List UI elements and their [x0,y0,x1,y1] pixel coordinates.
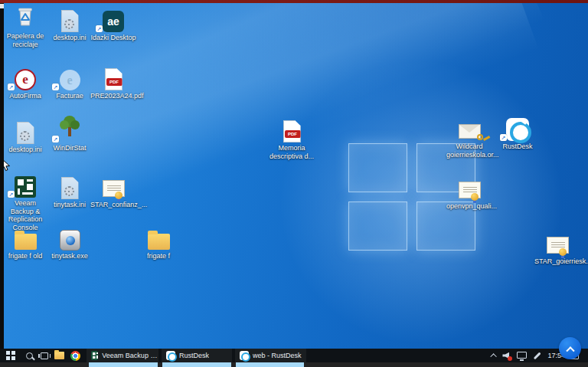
desktop-icon-memoria-pdf[interactable]: PDF Memoria descriptiva d... [269,116,315,160]
icon-label: openvpn_quali... [446,202,492,211]
ini-file-icon [17,122,34,144]
icon-label: Papelera de reciclaje [2,32,48,48]
rustdesk-icon [240,351,249,360]
veeam-icon [15,176,36,198]
icon-label: frigate f old [2,252,48,261]
desktop-icon-frigate-f[interactable]: frigate f [136,224,181,261]
certificate-envelope-icon [459,124,481,139]
chrome-button[interactable] [68,349,82,362]
shortcut-arrow-icon [500,134,507,141]
volume-muted-icon[interactable] [502,352,511,360]
desktop-icon-wildcard-cert[interactable]: Wildcard goierrieskola.or... [446,115,492,159]
desktop-icon-facturae[interactable]: e Facturae [47,64,93,100]
certificate-icon [103,180,125,197]
rustdesk-icon [166,351,175,360]
left-border-strip [0,3,4,349]
taskbar-app-label: web - RustDesk [253,352,302,359]
desktop-icon-idazki-desktop[interactable]: ae Idazki Desktop [90,6,136,42]
folder-icon [148,234,170,250]
icon-label: STAR_goierriesk... [534,257,580,266]
icon-label: Memoria descriptiva d... [269,144,315,160]
taskbar-app-label: Veeam Backup and R... [102,352,158,359]
icon-label: PRE2023A24.pdf [90,92,136,100]
desktop-wallpaper[interactable]: Papelera de reciclaje e AutoFirma deskto… [0,3,588,349]
shortcut-arrow-icon [8,191,15,198]
icon-label: tinytask.exe [47,252,93,261]
desktop-icon-desktop-ini[interactable]: desktop.ini [2,118,48,154]
left-strip-notch [0,4,4,8]
taskbar: Veeam Backup and R... RustDesk web - Rus… [0,349,588,362]
shortcut-arrow-icon [52,136,59,143]
desktop-icon-tinytask-ini[interactable]: tinytask.ini [47,173,93,209]
certificate-icon [547,237,569,254]
pen-icon[interactable] [532,351,542,360]
icon-label: tinytask.ini [47,201,93,209]
recycle-bin-icon [13,3,38,31]
desktop-icon-veeam-console[interactable]: Veeam Backup & Replication Console [2,172,48,231]
icon-label: AutoFirma [2,92,48,100]
facturae-icon: e [60,70,80,90]
running-indicator-veeam [89,362,158,367]
chrome-icon [70,351,80,361]
ini-file-icon [61,177,79,199]
pdf-file-icon: PDF [283,120,301,143]
veeam-icon [91,351,98,360]
task-view-icon [41,352,48,359]
icon-label: RustDesk [495,143,541,151]
idazki-icon: ae [103,11,124,32]
windirstat-tree-icon [58,115,81,143]
desktop-icon-recycle-bin[interactable]: Papelera de reciclaje [2,5,48,48]
remote-desktop-screen: Papelera de reciclaje e AutoFirma deskto… [0,0,588,367]
desktop-icon-tinytask-exe[interactable]: tinytask.exe [47,224,93,261]
icon-label: frigate f [136,252,181,261]
rustdesk-floating-toolbar-button[interactable] [559,337,581,359]
icon-label: Wildcard goierrieskola.or... [446,143,492,159]
pdf-file-icon: PDF [105,68,122,90]
file-explorer-button[interactable] [52,349,66,362]
desktop-icon-desktop-ini[interactable]: desktop.ini [47,6,93,42]
desktop-icon-openvpn-cert[interactable]: openvpn_quali... [446,175,492,211]
desktop-icon-frigate-f-old[interactable]: frigate f old [2,224,48,261]
file-explorer-icon [54,352,64,359]
search-icon [26,352,33,359]
rustdesk-icon [506,118,529,141]
taskbar-app-label: RustDesk [179,352,209,359]
icon-label: WinDirStat [47,144,93,152]
desktop-icon-pre-pdf[interactable]: PDF PRE2023A24.pdf [90,64,136,100]
bottom-strip [0,362,588,367]
icon-label: Facturae [47,92,93,100]
desktop-icon-rustdesk[interactable]: RustDesk [495,115,541,151]
icon-label: desktop.ini [47,34,93,42]
shortcut-arrow-icon [8,84,15,90]
tinytask-icon [60,230,80,251]
autofirma-icon: e [15,69,36,90]
desktop-icon-star-confianz[interactable]: STAR_confianz_... [90,173,136,209]
certificate-icon [459,182,481,198]
windows-logo-pane [348,202,407,251]
desktop-icon-windirstat[interactable]: WinDirStat [47,116,93,152]
icon-label: desktop.ini [2,146,48,154]
display-network-icon[interactable] [517,352,527,359]
top-border-strip [0,0,588,3]
running-indicator-web-rustdesk [236,362,304,367]
taskbar-app-rustdesk[interactable]: RustDesk [162,349,232,362]
start-button[interactable] [4,349,18,362]
running-indicator-rustdesk [162,362,231,367]
icon-label: STAR_confianz_... [90,201,136,209]
taskbar-app-web-rustdesk[interactable]: web - RustDesk [235,349,306,362]
shortcut-arrow-icon [96,25,103,32]
search-button[interactable] [22,349,36,362]
task-view-button[interactable] [38,349,51,362]
shortcut-arrow-icon [52,84,59,90]
icon-label: Idazki Desktop [90,34,136,42]
windows-start-icon [6,351,15,360]
chevron-up-icon [566,346,574,355]
folder-icon [15,234,37,250]
ini-file-icon [61,10,79,32]
hidden-icons-chevron-icon[interactable] [491,353,497,359]
desktop-icon-star-goierri-cert[interactable]: STAR_goierriesk... [534,230,580,266]
windows-logo-pane [348,143,407,192]
taskbar-app-veeam[interactable]: Veeam Backup and R... [87,349,158,362]
desktop-icon-autofirma[interactable]: e AutoFirma [2,64,48,100]
